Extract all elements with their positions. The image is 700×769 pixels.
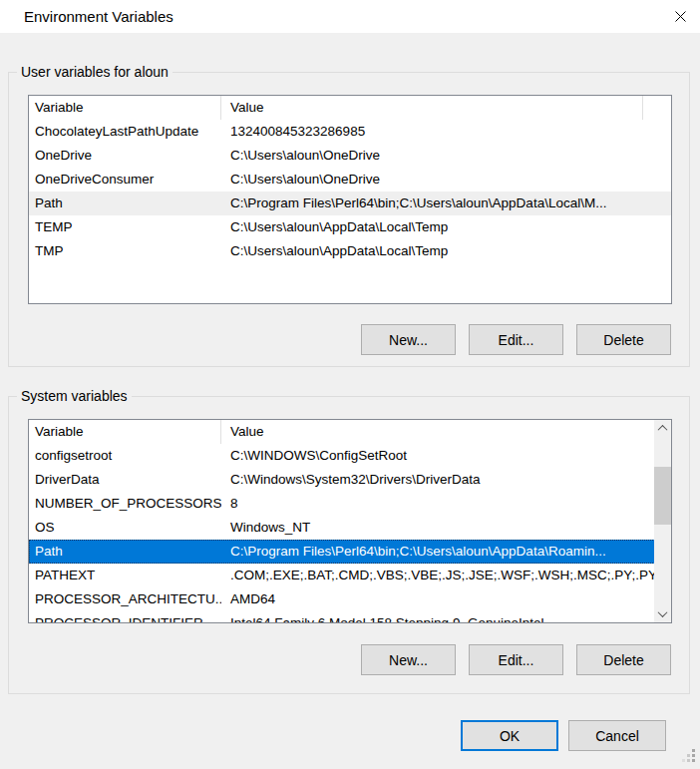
table-row[interactable]: ChocolateyLastPathUpdate 132400845323286… [29, 120, 671, 144]
system-variables-table: Variable Value configsetroot C:\WINDOWS\… [28, 419, 672, 623]
chevron-down-icon [658, 607, 668, 617]
value-cell: C:\Users\aloun\OneDrive [221, 144, 671, 168]
column-header-variable[interactable]: Variable [29, 420, 221, 444]
value-cell: Intel64 Family 6 Model 158 Stepping 9, G… [221, 611, 671, 623]
variable-cell: PROCESSOR_ARCHITECTU... [29, 587, 221, 611]
system-edit-button[interactable]: Edit... [469, 644, 563, 675]
table-row[interactable]: TMP C:\Users\aloun\AppData\Local\Temp [29, 239, 671, 263]
table-row[interactable]: configsetroot C:\WINDOWS\ConfigSetRoot [29, 444, 671, 468]
scroll-up-button[interactable] [654, 420, 671, 437]
table-row[interactable]: TEMP C:\Users\aloun\AppData\Local\Temp [29, 215, 671, 239]
scrollbar-track[interactable] [654, 437, 671, 605]
user-edit-button[interactable]: Edit... [469, 324, 563, 355]
variable-cell: Path [29, 192, 221, 215]
environment-variables-dialog: Environment Variables User variables for… [0, 0, 700, 769]
table-row[interactable]: PROCESSOR_IDENTIFIER Intel64 Family 6 Mo… [29, 611, 671, 623]
close-button[interactable] [666, 3, 694, 29]
table-row[interactable]: OneDrive C:\Users\aloun\OneDrive [29, 144, 671, 168]
system-delete-button[interactable]: Delete [576, 644, 671, 675]
value-cell: C:\Program Files\Perl64\bin;C:\Users\alo… [221, 192, 671, 215]
chevron-up-icon [658, 425, 668, 435]
variable-cell: TEMP [29, 215, 221, 239]
value-cell: C:\Program Files\Perl64\bin;C:\Users\alo… [221, 540, 671, 564]
vertical-scrollbar[interactable] [654, 420, 671, 622]
user-variables-table: Variable Value ChocolateyLastPathUpdate … [28, 95, 672, 304]
window-title: Environment Variables [24, 0, 174, 33]
value-cell: 132400845323286985 [221, 120, 671, 144]
value-cell: C:\WINDOWS\ConfigSetRoot [221, 444, 671, 468]
variable-cell: PROCESSOR_IDENTIFIER [29, 611, 221, 623]
table-row[interactable]: PROCESSOR_ARCHITECTU... AMD64 [29, 587, 671, 611]
resize-grip-icon[interactable] [682, 749, 696, 763]
cancel-button[interactable]: Cancel [568, 720, 666, 751]
variable-cell: ChocolateyLastPathUpdate [29, 120, 221, 144]
variable-cell: TMP [29, 239, 221, 263]
variable-cell: OneDriveConsumer [29, 168, 221, 192]
table-row[interactable]: OS Windows_NT [29, 516, 671, 540]
value-cell: C:\Windows\System32\Drivers\DriverData [221, 468, 671, 492]
variable-cell: DriverData [29, 468, 221, 492]
value-cell: 8 [221, 492, 671, 516]
system-new-button[interactable]: New... [361, 644, 456, 675]
scroll-down-button[interactable] [654, 605, 671, 622]
column-header-value[interactable]: Value [221, 96, 643, 120]
table-row[interactable]: NUMBER_OF_PROCESSORS 8 [29, 492, 671, 516]
system-variables-group-label: System variables [17, 388, 132, 405]
variable-cell: configsetroot [29, 444, 221, 468]
variable-cell: OneDrive [29, 144, 221, 168]
table-header: Variable Value [29, 420, 671, 444]
variable-cell: NUMBER_OF_PROCESSORS [29, 492, 221, 516]
title-bar: Environment Variables [0, 0, 700, 33]
column-header-value[interactable]: Value [221, 420, 671, 444]
value-cell: C:\Users\aloun\OneDrive [221, 168, 671, 192]
variable-cell: Path [29, 540, 221, 564]
value-cell: .COM;.EXE;.BAT;.CMD;.VBS;.VBE;.JS;.JSE;.… [221, 564, 671, 587]
value-cell: AMD64 [221, 587, 671, 611]
user-new-button[interactable]: New... [361, 324, 456, 355]
table-row-selected-inactive[interactable]: Path C:\Program Files\Perl64\bin;C:\User… [29, 192, 671, 215]
column-header-filler [643, 96, 671, 120]
value-cell: Windows_NT [221, 516, 671, 540]
table-row[interactable]: PATHEXT .COM;.EXE;.BAT;.CMD;.VBS;.VBE;.J… [29, 564, 671, 587]
value-cell: C:\Users\aloun\AppData\Local\Temp [221, 239, 671, 263]
ok-button[interactable]: OK [461, 720, 558, 751]
user-variables-group-label: User variables for aloun [17, 64, 173, 81]
scrollbar-thumb[interactable] [654, 467, 671, 525]
variable-cell: PATHEXT [29, 564, 221, 587]
table-row[interactable]: DriverData C:\Windows\System32\Drivers\D… [29, 468, 671, 492]
user-delete-button[interactable]: Delete [576, 324, 671, 355]
variable-cell: OS [29, 516, 221, 540]
value-cell: C:\Users\aloun\AppData\Local\Temp [221, 215, 671, 239]
table-header: Variable Value [29, 96, 671, 120]
close-icon [674, 10, 687, 23]
column-header-variable[interactable]: Variable [29, 96, 221, 120]
table-row-selected[interactable]: Path C:\Program Files\Perl64\bin;C:\User… [29, 540, 671, 564]
table-row[interactable]: OneDriveConsumer C:\Users\aloun\OneDrive [29, 168, 671, 192]
